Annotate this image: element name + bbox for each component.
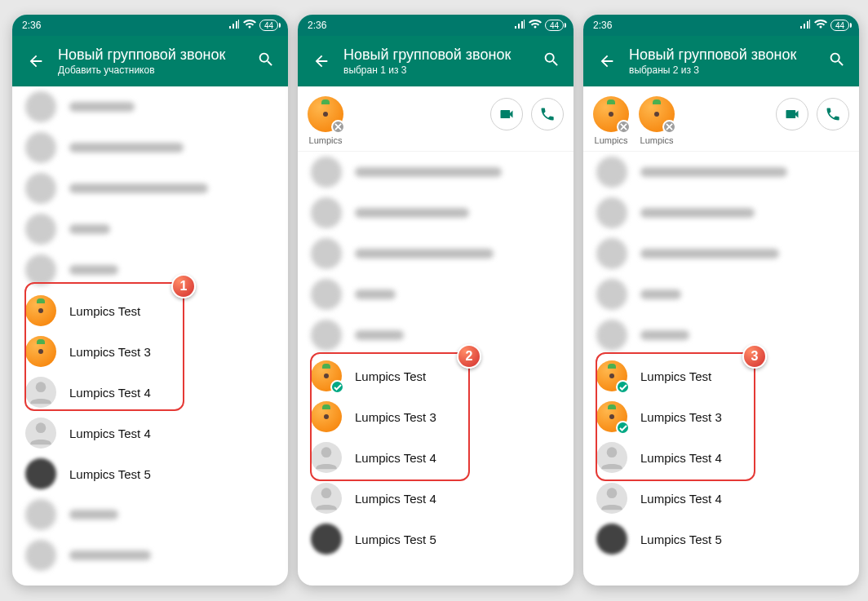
contact-blurred[interactable] [583, 315, 859, 356]
wifi-icon [243, 20, 256, 32]
contact-item[interactable]: Lumpics Test 5 [583, 519, 859, 559]
avatar [596, 360, 627, 391]
avatar [25, 336, 56, 367]
battery-indicator: 44 [259, 20, 278, 31]
contact-blurred[interactable] [12, 535, 288, 576]
selected-chip[interactable]: Lumpics [308, 96, 343, 145]
contact-name: Lumpics Test 4 [69, 386, 151, 400]
video-icon [498, 106, 515, 122]
back-button[interactable] [306, 46, 337, 77]
contact-item[interactable]: Lumpics Test 4 [12, 372, 288, 413]
contact-blurred[interactable] [583, 233, 859, 274]
contact-item[interactable]: Lumpics Test [583, 356, 859, 396]
call-buttons [490, 98, 564, 130]
title-block: Новый групповой звонок Добавить участник… [58, 46, 250, 77]
avatar [593, 96, 629, 132]
selected-chip[interactable]: Lumpics [593, 96, 629, 145]
contact-name: Lumpics Test 5 [640, 533, 722, 546]
status-time: 2:36 [308, 20, 326, 31]
contact-list[interactable]: Lumpics Test Lumpics Test 3 Lumpics Test… [12, 86, 288, 576]
svg-point-3 [321, 488, 332, 498]
phone-icon [825, 106, 841, 122]
avatar [596, 401, 627, 432]
close-icon [620, 123, 627, 130]
back-button[interactable] [591, 46, 622, 77]
search-icon [257, 51, 275, 68]
contact-name: Lumpics Test 5 [69, 467, 151, 481]
search-button[interactable] [822, 44, 852, 78]
avatar [25, 295, 56, 326]
contact-blurred[interactable] [298, 233, 574, 274]
contact-name: Lumpics Test 5 [355, 533, 436, 546]
contact-item[interactable]: Lumpics Test 4 [583, 437, 859, 478]
screen-subtitle: Добавить участников [58, 64, 250, 76]
contact-blurred[interactable] [12, 168, 288, 209]
avatar [25, 458, 56, 489]
avatar [596, 524, 627, 555]
contact-item[interactable]: Lumpics Test 4 [12, 413, 288, 453]
screen-title: Новый групповой звонок [629, 46, 822, 64]
battery-indicator: 44 [545, 20, 564, 31]
contact-blurred[interactable] [12, 86, 288, 127]
contact-item[interactable]: Lumpics Test 4 [583, 478, 859, 519]
contact-blurred[interactable] [12, 494, 288, 535]
contact-item[interactable]: Lumpics Test 3 [12, 331, 288, 372]
remove-chip-button[interactable] [662, 120, 676, 134]
contact-item[interactable]: Lumpics Test 4 [298, 437, 574, 478]
contact-blurred[interactable] [298, 152, 574, 192]
screen-title: Новый групповой звонок [343, 46, 536, 64]
video-call-button[interactable] [776, 98, 808, 130]
contact-item[interactable]: Lumpics Test 3 [298, 396, 574, 437]
svg-point-4 [607, 447, 618, 457]
title-block: Новый групповой звонок выбраны 2 из 3 [629, 46, 822, 77]
contact-blurred[interactable] [298, 192, 574, 233]
battery-indicator: 44 [830, 20, 849, 31]
remove-chip-button[interactable] [617, 120, 631, 134]
contact-blurred[interactable] [298, 274, 574, 315]
contact-blurred[interactable] [12, 209, 288, 250]
contact-item[interactable]: Lumpics Test 4 [298, 478, 574, 519]
contact-blurred[interactable] [12, 250, 288, 290]
svg-point-1 [36, 422, 46, 433]
contact-item[interactable]: Lumpics Test [298, 356, 574, 396]
check-badge [330, 380, 344, 394]
contact-blurred[interactable] [298, 315, 574, 356]
avatar [25, 377, 56, 408]
contact-blurred[interactable] [583, 192, 859, 233]
avatar [311, 360, 342, 391]
contact-name: Lumpics Test 4 [355, 451, 436, 465]
phone-screen-3: 2:36 44 Новый групповой звонок выбраны 2… [583, 15, 859, 586]
contact-name: Lumpics Test [640, 369, 711, 383]
voice-call-button[interactable] [531, 98, 564, 130]
contact-item[interactable]: Lumpics Test 5 [298, 519, 574, 559]
contact-item[interactable]: Lumpics Test [12, 290, 288, 331]
svg-point-5 [607, 488, 618, 498]
avatar [308, 96, 343, 132]
remove-chip-button[interactable] [331, 120, 345, 134]
contact-name: Lumpics Test [69, 304, 140, 318]
contact-list[interactable]: Lumpics Test Lumpics Test 3 Lumpics Test… [298, 152, 574, 559]
close-icon [334, 123, 342, 130]
check-badge [616, 421, 630, 435]
title-block: Новый групповой звонок выбран 1 из 3 [343, 46, 536, 77]
phone-screen-1: 2:36 44 Новый групповой звонок Добавить … [12, 15, 288, 586]
selected-chip[interactable]: Lumpics [639, 96, 675, 145]
contact-name: Lumpics Test 3 [640, 410, 722, 424]
svg-point-0 [36, 382, 46, 392]
contact-item[interactable]: Lumpics Test 5 [12, 453, 288, 494]
avatar [311, 442, 342, 473]
contact-blurred[interactable] [583, 274, 859, 315]
contact-item[interactable]: Lumpics Test 3 [583, 396, 859, 437]
screen-subtitle: выбран 1 из 3 [343, 64, 536, 76]
video-call-button[interactable] [490, 98, 523, 130]
search-button[interactable] [250, 44, 281, 78]
contact-blurred[interactable] [12, 127, 288, 168]
voice-call-button[interactable] [817, 98, 849, 130]
back-button[interactable] [20, 46, 51, 77]
avatar [596, 442, 627, 473]
contact-list[interactable]: Lumpics Test Lumpics Test 3 Lumpics Test… [583, 152, 859, 559]
search-icon [542, 51, 560, 68]
contact-blurred[interactable] [583, 152, 859, 192]
search-button[interactable] [536, 44, 567, 78]
status-bar: 2:36 44 [12, 15, 288, 36]
